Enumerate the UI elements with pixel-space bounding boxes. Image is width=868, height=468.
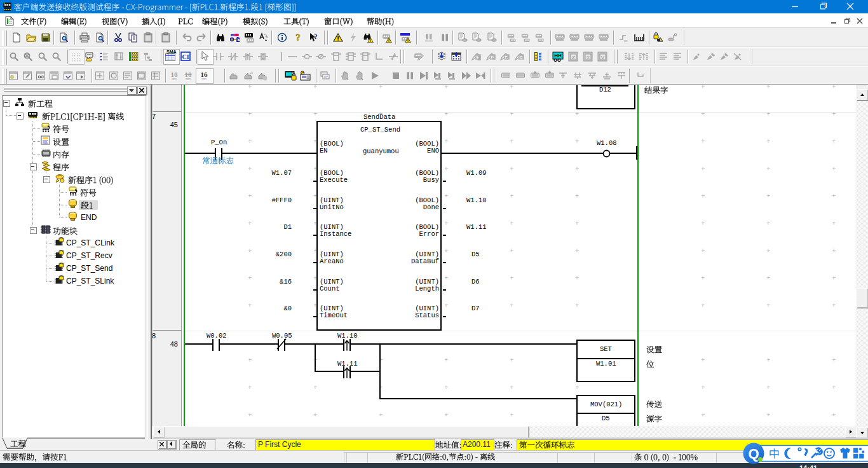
svg-text:Q: Q	[748, 446, 759, 462]
